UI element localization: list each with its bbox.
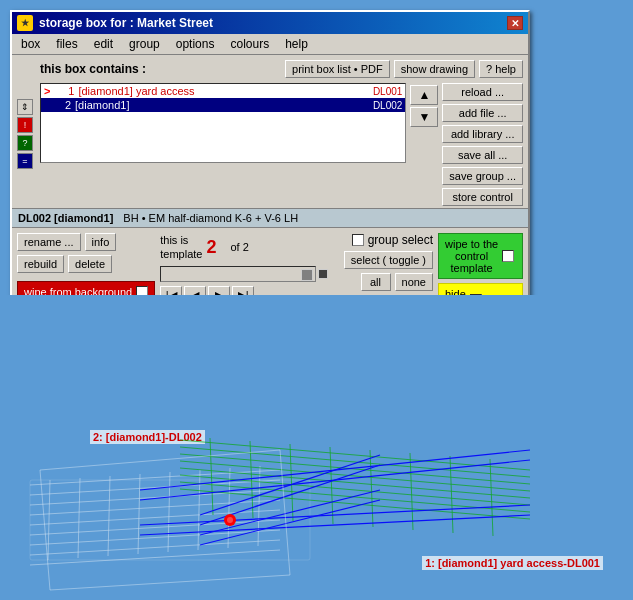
all-none-row: all none bbox=[361, 273, 433, 291]
file-row-name: [diamond1] yard access bbox=[78, 85, 372, 97]
sidebar-green-icon[interactable]: ? bbox=[17, 135, 33, 151]
file-row-num: 2 bbox=[51, 99, 71, 111]
window-title: storage box for : Market Street bbox=[39, 16, 213, 30]
svg-line-4 bbox=[30, 500, 280, 515]
svg-line-15 bbox=[198, 470, 200, 550]
menu-files[interactable]: files bbox=[53, 36, 80, 52]
add-library-button[interactable]: add library ... bbox=[442, 125, 523, 143]
template-label2: template bbox=[160, 248, 202, 260]
move-up-button[interactable]: ▲ bbox=[410, 85, 438, 105]
file-row-code: DL001 bbox=[373, 86, 402, 97]
menu-help[interactable]: help bbox=[282, 36, 311, 52]
menu-bar: box files edit group options colours hel… bbox=[12, 34, 528, 55]
status-bar: DL002 [diamond1] BH • EM half-diamond K-… bbox=[12, 208, 528, 228]
file-row-name: [diamond1] bbox=[75, 99, 373, 111]
svg-line-31 bbox=[410, 453, 413, 530]
add-file-button[interactable]: add file ... bbox=[442, 104, 523, 122]
help-button[interactable]: ? help bbox=[479, 60, 523, 78]
box-contains-label: this box contains : bbox=[40, 62, 146, 76]
title-bar-left: ★ storage box for : Market Street bbox=[17, 15, 213, 31]
svg-line-8 bbox=[30, 540, 280, 555]
select-toggle-button[interactable]: select ( toggle ) bbox=[344, 251, 433, 269]
svg-marker-42 bbox=[40, 450, 290, 590]
rename-button[interactable]: rename ... bbox=[17, 233, 81, 251]
rename-info-pair: rename ... info bbox=[17, 233, 155, 251]
file-row[interactable]: > 1 [diamond1] yard access DL001 bbox=[41, 84, 405, 98]
menu-colours[interactable]: colours bbox=[227, 36, 272, 52]
template-info: this is template 2 of 2 bbox=[160, 233, 328, 262]
menu-group[interactable]: group bbox=[126, 36, 163, 52]
none-button[interactable]: none bbox=[395, 273, 433, 291]
reload-button[interactable]: reload ... bbox=[442, 83, 523, 101]
left-sidebar: ⇕ ! ? = bbox=[17, 97, 35, 169]
rebuild-button[interactable]: rebuild bbox=[17, 255, 64, 273]
left-controls: rename ... info rebuild delete wipe from… bbox=[17, 233, 155, 303]
app-icon: ★ bbox=[17, 15, 33, 31]
drawing-area: 2: [diamond1]-DL002 1: [diamond1] yard a… bbox=[0, 295, 633, 600]
save-group-button[interactable]: save group ... bbox=[442, 167, 523, 185]
print-button[interactable]: print box list • PDF bbox=[285, 60, 390, 78]
menu-options[interactable]: options bbox=[173, 36, 218, 52]
file-row-code: DL002 bbox=[373, 100, 402, 111]
template-label1: this is bbox=[160, 234, 188, 246]
file-list: > 1 [diamond1] yard access DL001 2 [diam… bbox=[40, 83, 406, 163]
rebuild-delete-pair: rebuild delete bbox=[17, 255, 155, 273]
all-button[interactable]: all bbox=[361, 273, 391, 291]
svg-line-7 bbox=[30, 530, 280, 545]
action-panel: reload ... add file ... add library ... … bbox=[442, 83, 523, 206]
close-button[interactable]: ✕ bbox=[507, 16, 523, 30]
sidebar-arrows-icon[interactable]: ⇕ bbox=[17, 99, 33, 115]
svg-line-40 bbox=[200, 490, 380, 535]
show-drawing-button[interactable]: show drawing bbox=[394, 60, 475, 78]
svg-line-28 bbox=[290, 444, 293, 521]
title-bar: ★ storage box for : Market Street ✕ bbox=[12, 12, 528, 34]
status-right: BH • EM half-diamond K-6 + V-6 LH bbox=[123, 212, 298, 224]
file-row[interactable]: 2 [diamond1] DL002 bbox=[41, 98, 405, 112]
svg-line-6 bbox=[30, 520, 280, 535]
menu-edit[interactable]: edit bbox=[91, 36, 116, 52]
move-down-button[interactable]: ▼ bbox=[410, 107, 438, 127]
template-number: 2 bbox=[206, 237, 226, 258]
junction-center bbox=[227, 517, 233, 523]
svg-line-3 bbox=[30, 490, 280, 505]
svg-line-30 bbox=[370, 450, 373, 527]
position-slider[interactable] bbox=[160, 266, 316, 282]
file-row-arrow bbox=[44, 99, 47, 111]
delete-button[interactable]: delete bbox=[68, 255, 112, 273]
svg-line-38 bbox=[200, 455, 380, 515]
status-left: DL002 [diamond1] bbox=[18, 212, 113, 224]
track1-group bbox=[30, 466, 310, 565]
svg-line-33 bbox=[490, 459, 493, 536]
svg-line-10 bbox=[48, 480, 50, 560]
svg-line-11 bbox=[78, 478, 80, 558]
sidebar-blue-icon[interactable]: = bbox=[17, 153, 33, 169]
svg-line-13 bbox=[138, 474, 140, 554]
slider-row bbox=[160, 266, 328, 282]
file-row-num: 1 bbox=[54, 85, 74, 97]
track-drawing-svg bbox=[0, 295, 633, 600]
svg-line-5 bbox=[30, 510, 280, 525]
sidebar-red-icon[interactable]: ! bbox=[17, 117, 33, 133]
wipe-control-template-label: wipe to the control template bbox=[445, 238, 498, 274]
store-control-button[interactable]: store control bbox=[442, 188, 523, 206]
save-all-button[interactable]: save all ... bbox=[442, 146, 523, 164]
svg-line-1 bbox=[30, 470, 280, 485]
main-window: ★ storage box for : Market Street ✕ box … bbox=[10, 10, 530, 324]
slider-marker[interactable] bbox=[318, 269, 328, 279]
wipe-control-template-button[interactable]: wipe to the control template bbox=[438, 233, 523, 279]
group-select-label: group select bbox=[368, 233, 433, 247]
svg-line-14 bbox=[168, 472, 170, 552]
info-button[interactable]: info bbox=[85, 233, 117, 251]
file-row-arrow: > bbox=[44, 85, 50, 97]
group-select-checkbox[interactable] bbox=[352, 234, 364, 246]
template-of: of 2 bbox=[230, 241, 248, 253]
group-select-row: group select bbox=[352, 233, 433, 247]
svg-line-12 bbox=[108, 476, 110, 556]
menu-box[interactable]: box bbox=[18, 36, 43, 52]
right-controls: group select select ( toggle ) all none bbox=[333, 233, 433, 291]
svg-line-9 bbox=[30, 550, 280, 565]
wipe-control-template-checkbox[interactable] bbox=[502, 250, 514, 262]
